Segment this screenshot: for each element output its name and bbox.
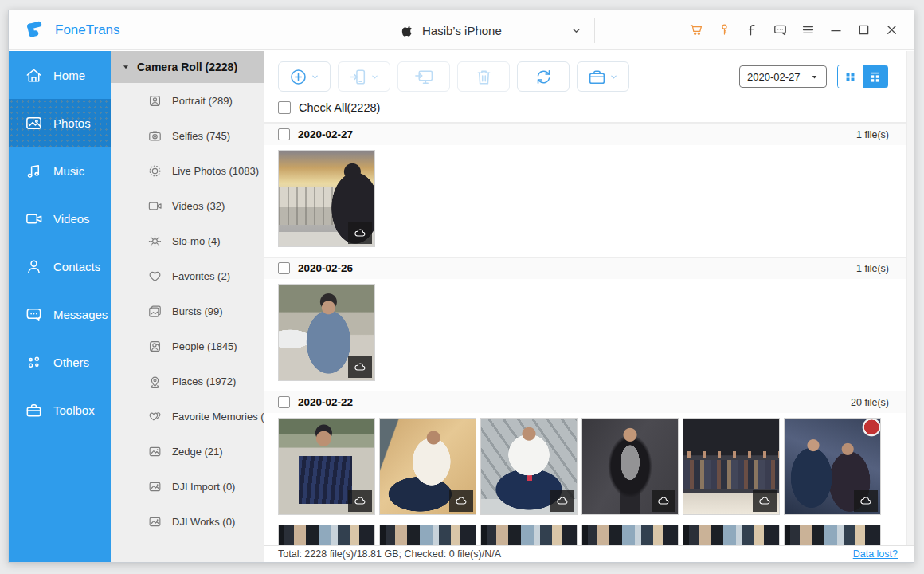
- chevron-down-icon: [609, 72, 619, 82]
- date-checkbox[interactable]: [278, 396, 290, 408]
- sidebar-item-music[interactable]: Music: [9, 147, 111, 195]
- cloud-icon: [454, 493, 469, 509]
- check-all-checkbox[interactable]: [278, 101, 291, 114]
- fonetrans-window: FoneTrans Hasib’s iPhone: [8, 10, 914, 563]
- minimize-button[interactable]: [828, 22, 844, 38]
- icloud-badge: [348, 222, 372, 244]
- view-grid-button[interactable]: [838, 65, 863, 88]
- album-item-people[interactable]: People (1845): [111, 328, 264, 364]
- photo-thumbnail[interactable]: [480, 525, 578, 545]
- device-name: Hasib’s iPhone: [422, 24, 502, 37]
- date-section: 2020-02-26 1 file(s): [264, 257, 906, 391]
- close-button[interactable]: [883, 22, 899, 38]
- album-item-videos[interactable]: Videos (32): [111, 188, 264, 223]
- icloud-badge: [348, 356, 372, 378]
- desktop: FoneTrans Hasib’s iPhone: [0, 0, 924, 574]
- thumbnail-row: [264, 279, 906, 391]
- album-item-bursts[interactable]: Bursts (99): [111, 293, 264, 328]
- photo-thumbnail[interactable]: [784, 418, 881, 515]
- icloud-badge: [348, 490, 372, 512]
- export-to-pc-button[interactable]: [397, 61, 450, 92]
- album-group-camera-roll[interactable]: Camera Roll (2228): [111, 51, 264, 83]
- photo-thumbnail[interactable]: [278, 418, 375, 515]
- menu-icon[interactable]: [800, 22, 816, 38]
- toolbar-buttons: [278, 61, 629, 92]
- status-bar: Total: 2228 file(s)/18.81 GB; Checked: 0…: [264, 545, 914, 562]
- sidebar-item-toolbox[interactable]: Toolbox: [9, 386, 111, 434]
- thumbnail-row: [264, 413, 906, 525]
- album-group-label: Camera Roll (2228): [137, 61, 237, 73]
- icloud-badge: [449, 490, 473, 512]
- facebook-icon[interactable]: [744, 22, 760, 38]
- album-item-dji-works[interactable]: DJI Works (0): [111, 504, 264, 539]
- date-checkbox[interactable]: [278, 128, 290, 140]
- chevron-down-icon: [370, 72, 380, 82]
- grouped-view-icon: [868, 70, 882, 84]
- album-item-favorite-memories[interactable]: Favorite Memories (.: [111, 399, 264, 434]
- device-selector[interactable]: Hasib’s iPhone: [390, 18, 595, 43]
- photo-thumbnail[interactable]: [581, 418, 679, 515]
- app-logo-icon: [23, 18, 47, 42]
- partial-thumbnail-row: [264, 525, 906, 545]
- view-mode-toggle: [837, 65, 888, 88]
- photo-thumbnail[interactable]: [278, 525, 375, 545]
- sidebar-item-photos[interactable]: Photos: [9, 99, 111, 147]
- photo-thumbnail[interactable]: [683, 418, 780, 515]
- toolkit-button[interactable]: [577, 61, 629, 92]
- sidebar-item-others[interactable]: Others: [9, 338, 111, 386]
- photo-thumbnail[interactable]: [379, 525, 476, 545]
- date-filter-value: 2020-02-27: [747, 71, 801, 83]
- view-group-button[interactable]: [863, 65, 887, 88]
- cloud-icon: [758, 493, 773, 509]
- thumbnail-row: [264, 145, 906, 257]
- date-label: 2020-02-27: [298, 128, 353, 140]
- file-count: 1 file(s): [856, 129, 889, 140]
- album-item-slo-mo[interactable]: Slo-mo (4): [111, 223, 264, 258]
- icloud-badge: [753, 490, 777, 512]
- app-title: FoneTrans: [55, 22, 120, 38]
- export-to-device-button[interactable]: [338, 61, 390, 92]
- date-header: 2020-02-26 1 file(s): [264, 257, 906, 279]
- date-filter-dropdown[interactable]: 2020-02-27: [739, 65, 827, 88]
- photo-thumbnail[interactable]: [278, 284, 375, 381]
- sidebar-item-contacts[interactable]: Contacts: [9, 242, 111, 290]
- album-item-dji-import[interactable]: DJI Import (0): [111, 469, 264, 504]
- feedback-icon[interactable]: [772, 22, 788, 38]
- photo-thumbnail[interactable]: [784, 525, 881, 545]
- date-header: 2020-02-27 1 file(s): [264, 123, 906, 145]
- album-item-live-photos[interactable]: Live Photos (1083): [111, 153, 264, 188]
- date-label: 2020-02-26: [298, 262, 353, 274]
- toolbar-right: 2020-02-27: [739, 65, 888, 88]
- album-item-selfies[interactable]: Selfies (745): [111, 118, 264, 153]
- photo-thumbnail[interactable]: [581, 525, 679, 545]
- chevron-down-icon: [310, 72, 320, 82]
- sidebar-item-videos[interactable]: Videos: [9, 195, 111, 242]
- album-item-favorites[interactable]: Favorites (2): [111, 258, 264, 293]
- album-item-zedge[interactable]: Zedge (21): [111, 434, 264, 469]
- scrollbar[interactable]: [906, 51, 914, 545]
- sidebar-item-messages[interactable]: Messages: [9, 290, 111, 338]
- file-count: 20 file(s): [851, 397, 889, 408]
- maximize-button[interactable]: [855, 22, 871, 38]
- refresh-button[interactable]: [517, 61, 570, 92]
- status-summary: Total: 2228 file(s)/18.81 GB; Checked: 0…: [278, 548, 501, 560]
- register-icon[interactable]: [716, 22, 732, 38]
- photo-thumbnail[interactable]: [480, 418, 578, 515]
- add-button[interactable]: [278, 61, 331, 92]
- icloud-badge: [652, 490, 675, 512]
- album-item-places[interactable]: Places (1972): [111, 364, 264, 399]
- photo-thumbnail[interactable]: [278, 150, 375, 247]
- album-item-portrait[interactable]: Portrait (289): [111, 83, 264, 118]
- photo-thumbnail[interactable]: [683, 525, 780, 545]
- photo-thumbnail[interactable]: [379, 418, 476, 515]
- cloud-icon: [353, 226, 368, 241]
- date-checkbox[interactable]: [278, 262, 290, 274]
- chevron-down-icon: [570, 24, 583, 37]
- store-icon[interactable]: [688, 22, 704, 38]
- sidebar-item-home[interactable]: Home: [9, 51, 111, 99]
- album-sidebar: Camera Roll (2228) Portrait (289) Selfie…: [111, 51, 264, 562]
- data-lost-link[interactable]: Data lost?: [853, 548, 898, 560]
- delete-button[interactable]: [457, 61, 510, 92]
- main-sidebar: Home Photos Music Videos: [9, 51, 111, 562]
- grid-view-icon: [844, 70, 857, 84]
